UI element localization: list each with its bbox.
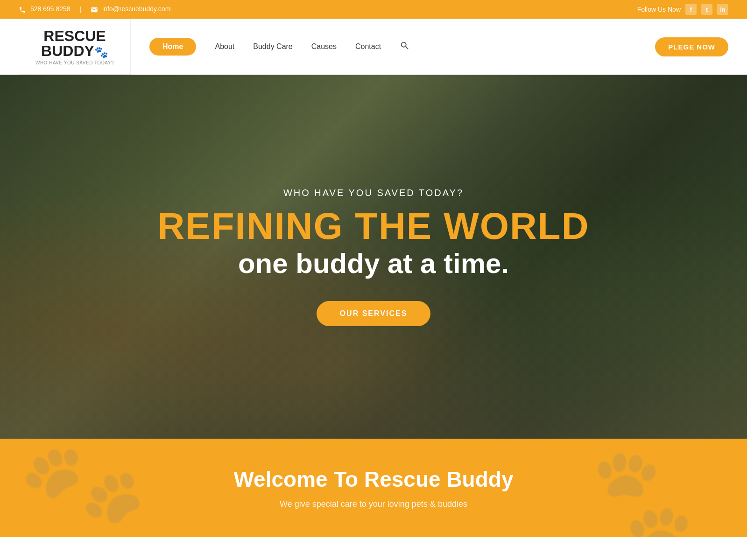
nav-home[interactable]: Home <box>149 38 196 56</box>
hero-title-main: REFINING THE WORLD <box>158 208 590 245</box>
logo-paw: 🐾 <box>94 46 108 58</box>
top-bar-right: Follow Us Now f t in <box>637 4 728 15</box>
logo[interactable]: RESCUE BUDDY🐾 WHO HAVE YOU SAVED TODAY? <box>19 19 131 75</box>
main-nav: Home About Buddy Care Causes Contact PLE… <box>149 37 728 56</box>
search-icon <box>400 41 410 51</box>
twitter-icon[interactable]: t <box>701 4 712 15</box>
search-button[interactable] <box>400 41 410 53</box>
logo-subtitle: WHO HAVE YOU SAVED TODAY? <box>35 60 114 65</box>
follow-text: Follow Us Now <box>637 6 681 13</box>
email-info: info@rescuebuddy.com <box>91 5 170 13</box>
email-icon <box>91 6 98 14</box>
top-bar-left: 528 695 8258 | info@rescuebuddy.com <box>19 5 170 13</box>
phone-icon <box>19 6 26 14</box>
top-bar: 528 695 8258 | info@rescuebuddy.com Foll… <box>0 0 747 19</box>
nav-about[interactable]: About <box>215 42 234 51</box>
welcome-section: Welcome To Rescue Buddy We give special … <box>0 439 747 537</box>
hero-title-sub: one buddy at a time. <box>158 250 590 278</box>
nav-buddy-care[interactable]: Buddy Care <box>253 42 293 51</box>
welcome-text: We give special care to your loving pets… <box>19 499 728 509</box>
header: RESCUE BUDDY🐾 WHO HAVE YOU SAVED TODAY? … <box>0 19 747 75</box>
pledge-button[interactable]: PLEGE NOW <box>655 37 728 56</box>
hero-section: WHO HAVE YOU SAVED TODAY? REFINING THE W… <box>0 75 747 439</box>
hero-subtitle: WHO HAVE YOU SAVED TODAY? <box>158 188 590 198</box>
nav-causes[interactable]: Causes <box>311 42 337 51</box>
facebook-icon[interactable]: f <box>685 4 697 15</box>
logo-text: RESCUE BUDDY🐾 <box>41 28 108 58</box>
separator: | <box>80 6 82 13</box>
nav-contact[interactable]: Contact <box>355 42 381 51</box>
phone-info: 528 695 8258 <box>19 5 70 13</box>
services-button[interactable]: OUR SERVICES <box>317 301 431 326</box>
linkedin-icon[interactable]: in <box>717 4 728 15</box>
hero-content: WHO HAVE YOU SAVED TODAY? REFINING THE W… <box>158 188 590 326</box>
welcome-title: Welcome To Rescue Buddy <box>19 467 728 492</box>
